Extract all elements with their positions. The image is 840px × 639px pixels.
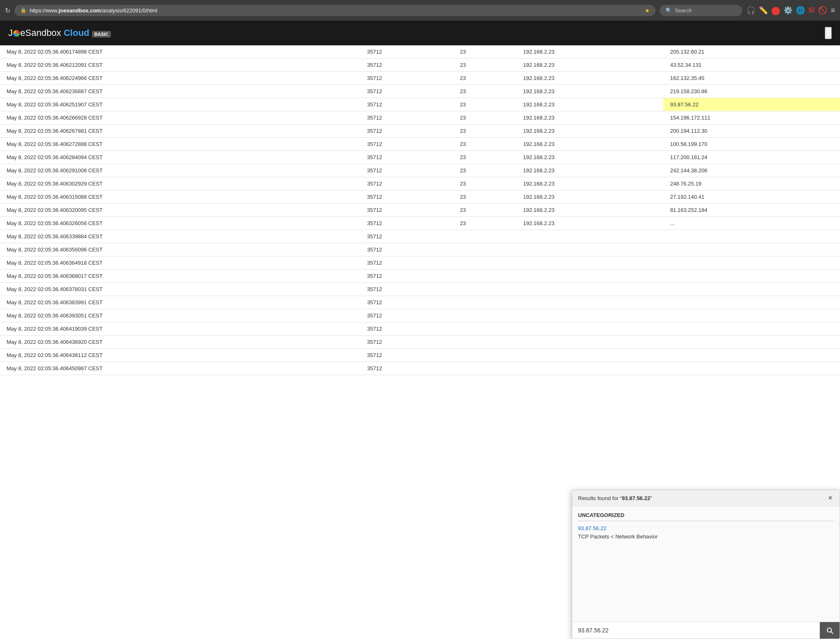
- extension-icon-3[interactable]: 🌐: [796, 6, 805, 15]
- table-cell: [517, 362, 663, 375]
- extension-icon-2[interactable]: ⬤: [771, 5, 780, 15]
- table-cell: May 8, 2022 02:05:36.406364918 CEST: [0, 256, 361, 270]
- table-cell: [453, 362, 517, 375]
- table-row: May 8, 2022 02:05:36.406339884 CEST35712: [0, 230, 840, 243]
- table-cell: 200.194.112.30: [663, 125, 840, 138]
- address-bar[interactable]: 🔒 https://www.joesandbox.com/analysis/62…: [14, 5, 656, 16]
- table-cell: 35712: [361, 204, 453, 217]
- table-cell: 35712: [361, 270, 453, 283]
- table-cell: 192.168.2.23: [517, 111, 663, 125]
- table-cell: 27.192.140.41: [663, 190, 840, 204]
- table-cell: 35712: [361, 59, 453, 72]
- table-cell: 100.58.199.170: [663, 138, 840, 151]
- table-cell: 35712: [361, 296, 453, 309]
- table-cell: 23: [453, 125, 517, 138]
- table-cell: [663, 243, 840, 256]
- table-cell: [453, 296, 517, 309]
- refresh-button[interactable]: ↻: [5, 7, 10, 14]
- table-cell: [453, 322, 517, 336]
- table-cell: 192.168.2.23: [517, 125, 663, 138]
- table-cell: [663, 283, 840, 296]
- logo: JeSandbox CloudBASIC: [8, 28, 111, 38]
- table-row: May 8, 2022 02:05:36.406236887 CEST35712…: [0, 85, 840, 98]
- table-cell: 23: [453, 204, 517, 217]
- table-row: May 8, 2022 02:05:36.406368017 CEST35712: [0, 270, 840, 283]
- table-cell: May 8, 2022 02:05:36.406419039 CEST: [0, 322, 361, 336]
- table-cell: May 8, 2022 02:05:36.406320095 CEST: [0, 204, 361, 217]
- table-cell: [517, 349, 663, 362]
- table-cell: 35712: [361, 85, 453, 98]
- logo-cloud: Cloud: [64, 28, 89, 38]
- table-cell: 23: [453, 164, 517, 177]
- table-row: May 8, 2022 02:05:36.406364918 CEST35712: [0, 256, 840, 270]
- table-cell: 93.87.56.22: [663, 98, 840, 111]
- browser-chrome: ↻ 🔒 https://www.joesandbox.com/analysis/…: [0, 0, 840, 21]
- table-row: May 8, 2022 02:05:36.406212091 CEST35712…: [0, 59, 840, 72]
- table-row: May 8, 2022 02:05:36.406266928 CEST35712…: [0, 111, 840, 125]
- table-cell: 242.144.38.206: [663, 164, 840, 177]
- table-cell: 43.52.34.131: [663, 59, 840, 72]
- table-cell: [517, 336, 663, 349]
- table-cell: [663, 270, 840, 283]
- pocket-icon[interactable]: 🎧: [746, 6, 755, 15]
- table-cell: [453, 309, 517, 322]
- menu-icon[interactable]: ≡: [831, 6, 835, 15]
- table-cell: 23: [453, 111, 517, 125]
- table-cell: 192.168.2.23: [517, 138, 663, 151]
- table-row: May 8, 2022 02:05:36.406356096 CEST35712: [0, 243, 840, 256]
- table-cell: [453, 243, 517, 256]
- table-cell: [453, 283, 517, 296]
- hamburger-menu-button[interactable]: ≡: [825, 27, 832, 39]
- table-cell: May 8, 2022 02:05:36.406174898 CEST: [0, 45, 361, 59]
- table-cell: 35712: [361, 322, 453, 336]
- table-cell: [663, 349, 840, 362]
- table-cell: 35712: [361, 362, 453, 375]
- table-cell: [663, 296, 840, 309]
- extension-icon-5[interactable]: 🚫: [818, 6, 827, 15]
- table-cell: 154.196.172.111: [663, 111, 840, 125]
- table-cell: [453, 256, 517, 270]
- table-cell: 35712: [361, 125, 453, 138]
- table-cell: May 8, 2022 02:05:36.406450987 CEST: [0, 362, 361, 375]
- table-cell: 35712: [361, 138, 453, 151]
- table-cell: 23: [453, 138, 517, 151]
- table-cell: 23: [453, 59, 517, 72]
- browser-toolbar-icons: 🎧 ✏️ ⬤ ⚙️ 🌐 S! 🚫 ≡: [746, 5, 835, 15]
- table-cell: 35712: [361, 349, 453, 362]
- table-cell: May 8, 2022 02:05:36.406212091 CEST: [0, 59, 361, 72]
- table-cell: [663, 322, 840, 336]
- table-cell: 23: [453, 98, 517, 111]
- table-cell: 192.168.2.23: [517, 177, 663, 190]
- table-cell: 162.132.35.45: [663, 72, 840, 85]
- bookmark-star-icon[interactable]: ★: [645, 7, 650, 14]
- table-cell: 35712: [361, 98, 453, 111]
- table-cell: [663, 336, 840, 349]
- table-cell: 23: [453, 190, 517, 204]
- logo-sandbox: Sandbox: [25, 28, 64, 38]
- table-cell: [517, 256, 663, 270]
- table-row: May 8, 2022 02:05:36.406320095 CEST35712…: [0, 204, 840, 217]
- table-row: May 8, 2022 02:05:36.406378031 CEST35712: [0, 283, 840, 296]
- table-cell: 23: [453, 85, 517, 98]
- table-cell: May 8, 2022 02:05:36.406291008 CEST: [0, 164, 361, 177]
- table-cell: 248.76.25.19: [663, 177, 840, 190]
- extension-icon-1[interactable]: ✏️: [759, 6, 768, 15]
- table-cell: 192.168.2.23: [517, 85, 663, 98]
- settings-icon[interactable]: ⚙️: [783, 6, 793, 15]
- table-cell: [517, 243, 663, 256]
- extension-icon-4[interactable]: S!: [808, 7, 815, 14]
- table-cell: 205.132.60.21: [663, 45, 840, 59]
- table-cell: 35712: [361, 45, 453, 59]
- table-cell: 35712: [361, 243, 453, 256]
- table-cell: 35712: [361, 230, 453, 243]
- table-cell: [517, 322, 663, 336]
- table-cell: May 8, 2022 02:05:36.406267881 CEST: [0, 125, 361, 138]
- table-row: May 8, 2022 02:05:36.406302929 CEST35712…: [0, 177, 840, 190]
- table-row: May 8, 2022 02:05:36.406272888 CEST35712…: [0, 138, 840, 151]
- table-cell: 192.168.2.23: [517, 59, 663, 72]
- top-navigation: JeSandbox CloudBASIC ≡: [0, 21, 840, 45]
- table-cell: May 8, 2022 02:05:36.406436920 CEST: [0, 336, 361, 349]
- browser-search-bar[interactable]: 🔍 Search: [660, 5, 742, 16]
- table-cell: May 8, 2022 02:05:36.406315088 CEST: [0, 190, 361, 204]
- table-row: May 8, 2022 02:05:36.406174898 CEST35712…: [0, 45, 840, 59]
